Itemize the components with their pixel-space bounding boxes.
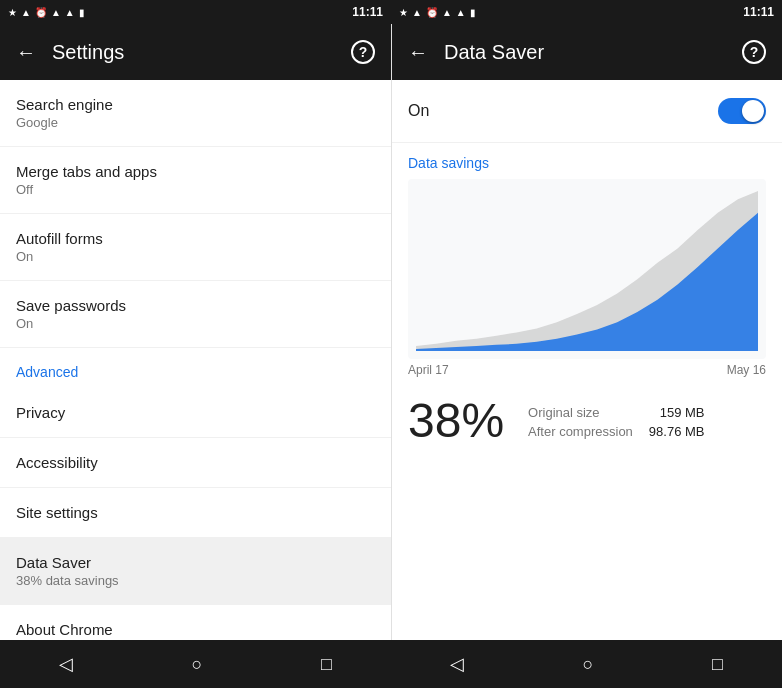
settings-list: Search engine Google Merge tabs and apps… (0, 80, 391, 640)
right-bottom-nav: ◁ ○ □ (391, 640, 782, 688)
settings-item-merge-tabs[interactable]: Merge tabs and apps Off (0, 147, 391, 214)
compressed-size-value: 98.76 MB (649, 424, 705, 439)
data-savings-header: Data savings (392, 143, 782, 179)
chart-date-start: April 17 (408, 363, 449, 377)
advanced-section-header: Advanced (0, 348, 391, 388)
data-savings-chart (408, 179, 766, 359)
settings-item-autofill[interactable]: Autofill forms On (0, 214, 391, 281)
data-saver-panel: ← Data Saver ? On Data savings (391, 24, 782, 640)
left-back-nav[interactable]: ◁ (35, 645, 97, 683)
settings-item-search-engine[interactable]: Search engine Google (0, 80, 391, 147)
save-passwords-subtitle: On (16, 316, 375, 331)
data-saver-subtitle: 38% data savings (16, 573, 375, 588)
settings-item-privacy[interactable]: Privacy (0, 388, 391, 438)
r-alarm-icon: ⏰ (426, 7, 438, 18)
site-settings-title: Site settings (16, 504, 375, 521)
merge-tabs-subtitle: Off (16, 182, 375, 197)
original-size-value: 159 MB (660, 405, 705, 420)
privacy-title: Privacy (16, 404, 375, 421)
accessibility-title: Accessibility (16, 454, 375, 471)
chart-labels: April 17 May 16 (392, 359, 782, 389)
merge-tabs-title: Merge tabs and apps (16, 163, 375, 180)
stats-detail: Original size 159 MB After compression 9… (528, 397, 704, 443)
data-saver-content: On Data savings April 17 May 16 (392, 80, 782, 640)
left-time: 11:11 (352, 5, 383, 19)
left-home-nav[interactable]: ○ (168, 646, 227, 683)
compressed-size-row: After compression 98.76 MB (528, 424, 704, 439)
chart-date-end: May 16 (727, 363, 766, 377)
settings-panel: ← Settings ? Search engine Google Merge … (0, 24, 391, 640)
r-signal-icon: ▲ (412, 7, 422, 18)
right-recents-nav[interactable]: □ (688, 646, 747, 683)
data-saver-toggle-row: On (392, 80, 782, 143)
data-saver-title: Data Saver (16, 554, 375, 571)
bluetooth-icon: ★ (8, 7, 17, 18)
settings-item-data-saver[interactable]: Data Saver 38% data savings (0, 538, 391, 605)
stats-row: 38% Original size 159 MB After compressi… (392, 389, 782, 461)
data-saver-title: Data Saver (444, 41, 742, 64)
left-status-bar: ★ ▲ ⏰ ▲ ▲ ▮ 11:11 (0, 0, 391, 24)
search-engine-title: Search engine (16, 96, 375, 113)
data-saver-help-button[interactable]: ? (742, 40, 766, 64)
settings-back-button[interactable]: ← (16, 41, 36, 64)
savings-percent: 38% (408, 397, 504, 445)
compressed-size-label: After compression (528, 424, 633, 439)
original-size-label: Original size (528, 405, 600, 420)
settings-item-site-settings[interactable]: Site settings (0, 488, 391, 538)
settings-item-about-chrome[interactable]: About Chrome (0, 605, 391, 640)
left-recents-nav[interactable]: □ (297, 646, 356, 683)
settings-item-accessibility[interactable]: Accessibility (0, 438, 391, 488)
settings-appbar: ← Settings ? (0, 24, 391, 80)
r-wifi-icon: ▲ (442, 7, 452, 18)
network-icon: ▲ (65, 7, 75, 18)
settings-item-save-passwords[interactable]: Save passwords On (0, 281, 391, 348)
wifi-icon: ▲ (51, 7, 61, 18)
settings-title: Settings (52, 41, 351, 64)
r-bluetooth-icon: ★ (399, 7, 408, 18)
battery-icon: ▮ (79, 7, 85, 18)
settings-help-button[interactable]: ? (351, 40, 375, 64)
r-network-icon: ▲ (456, 7, 466, 18)
original-size-row: Original size 159 MB (528, 405, 704, 420)
left-bottom-nav: ◁ ○ □ (0, 640, 391, 688)
signal-icon: ▲ (21, 7, 31, 18)
right-back-nav[interactable]: ◁ (426, 645, 488, 683)
right-time: 11:11 (743, 5, 774, 19)
search-engine-subtitle: Google (16, 115, 375, 130)
save-passwords-title: Save passwords (16, 297, 375, 314)
r-battery-icon: ▮ (470, 7, 476, 18)
data-saver-appbar: ← Data Saver ? (392, 24, 782, 80)
right-home-nav[interactable]: ○ (559, 646, 618, 683)
alarm-icon: ⏰ (35, 7, 47, 18)
right-status-bar: ★ ▲ ⏰ ▲ ▲ ▮ 11:11 (391, 0, 782, 24)
data-saver-back-button[interactable]: ← (408, 41, 428, 64)
data-saver-toggle-label: On (408, 102, 429, 120)
about-chrome-title: About Chrome (16, 621, 375, 638)
autofill-subtitle: On (16, 249, 375, 264)
data-saver-toggle[interactable] (718, 98, 766, 124)
autofill-title: Autofill forms (16, 230, 375, 247)
